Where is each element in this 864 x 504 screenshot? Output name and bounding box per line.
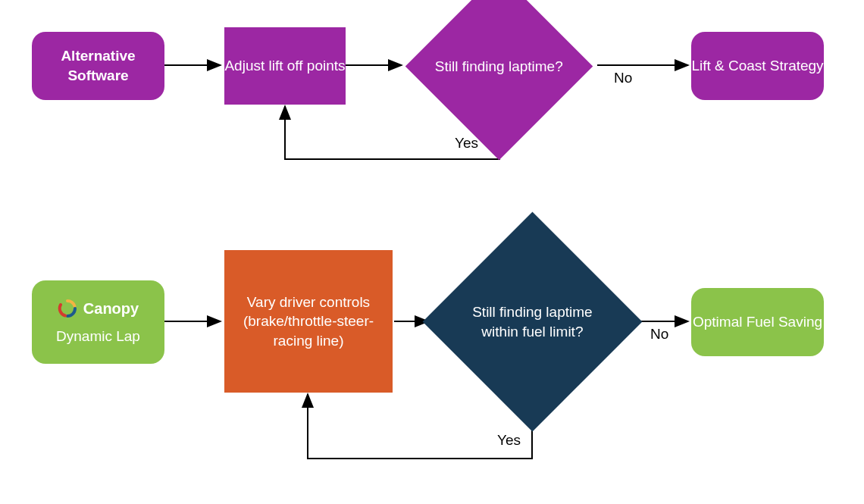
canopy-logo-icon: [58, 299, 77, 318]
node-still-finding-laptime-top: Still finding laptime?: [405, 0, 593, 160]
node-lift-coast-strategy: Lift & Coast Strategy: [691, 32, 824, 100]
label-no-bottom: No: [650, 326, 668, 343]
label-still-finding-laptime-top: Still finding laptime?: [435, 58, 563, 74]
label-adjust-lift-off: Adjust lift off points: [224, 56, 345, 76]
canopy-logo: Canopy: [58, 299, 139, 319]
label-canopy-brand: Canopy: [83, 299, 139, 319]
label-no-top: No: [614, 70, 632, 86]
label-optimal-fuel-saving: Optimal Fuel Saving: [693, 312, 822, 332]
node-vary-driver-controls: Vary driver controls (brake/throttle-ste…: [224, 250, 393, 393]
label-alternative-software: Alternative Software: [32, 46, 164, 85]
label-yes-top: Yes: [455, 135, 478, 152]
node-optimal-fuel-saving: Optimal Fuel Saving: [691, 288, 824, 356]
label-dynamic-lap: Dynamic Lap: [56, 327, 140, 346]
node-canopy-dynamic-lap: Canopy Dynamic Lap: [32, 280, 164, 364]
node-alternative-software: Alternative Software: [32, 32, 164, 100]
node-adjust-lift-off: Adjust lift off points: [224, 27, 346, 105]
label-still-finding-laptime-bottom: Still finding laptime within fuel limit?: [472, 304, 592, 340]
label-vary-driver-controls: Vary driver controls (brake/throttle-ste…: [235, 293, 382, 351]
node-still-finding-laptime-bottom: Still finding laptime within fuel limit?: [423, 212, 643, 432]
label-yes-bottom: Yes: [497, 432, 521, 449]
label-lift-coast-strategy: Lift & Coast Strategy: [691, 56, 823, 76]
